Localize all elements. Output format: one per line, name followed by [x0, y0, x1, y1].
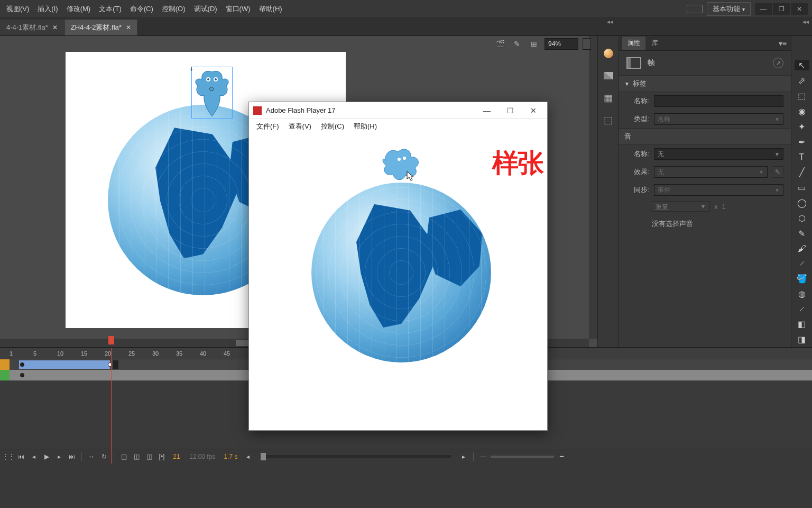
- edit-symbol-icon[interactable]: ✎: [511, 39, 523, 49]
- menu-help[interactable]: 帮助(H): [255, 2, 287, 16]
- flash-close[interactable]: ✕: [522, 103, 545, 119]
- mascot-symbol[interactable]: [191, 67, 233, 119]
- align-panel-icon[interactable]: ▦: [602, 91, 615, 105]
- menu-command[interactable]: 命令(C): [126, 2, 158, 16]
- section-label-header[interactable]: ▼标签: [619, 75, 791, 92]
- polystar-tool[interactable]: ⬡: [795, 213, 809, 223]
- bone-tool[interactable]: ⟋: [795, 259, 809, 268]
- pen-tool[interactable]: ✒: [795, 137, 809, 147]
- 3d-rotation-tool[interactable]: ◉: [795, 106, 809, 116]
- scroll-left-icon[interactable]: ◂: [243, 452, 253, 461]
- ruler-mark: 20: [105, 350, 128, 357]
- swatches-icon[interactable]: [602, 69, 615, 83]
- scroll-right-icon[interactable]: ▸: [458, 452, 469, 461]
- rectangle-tool[interactable]: ▭: [795, 183, 809, 193]
- menu-text[interactable]: 文本(T): [95, 2, 126, 16]
- edit-multiple-frames-icon[interactable]: ◫: [144, 452, 154, 461]
- text-tool[interactable]: T: [795, 152, 809, 162]
- center-stage-icon[interactable]: ⊞: [528, 39, 540, 49]
- flash-maximize[interactable]: ☐: [499, 103, 522, 119]
- eraser-tool[interactable]: ◧: [795, 319, 809, 329]
- svg-point-3: [215, 78, 217, 80]
- zoom-out-timeline[interactable]: —: [478, 452, 488, 461]
- doc-tab-2-close-icon[interactable]: ✕: [126, 24, 131, 31]
- zoom-input[interactable]: [545, 38, 578, 50]
- window-close[interactable]: ✕: [791, 3, 808, 15]
- edit-scene-icon[interactable]: 🎬: [494, 39, 506, 49]
- timeline-zoom-slider[interactable]: [491, 456, 554, 458]
- stage-v-scrollbar[interactable]: [589, 36, 597, 339]
- screen-mode-icon[interactable]: [687, 5, 703, 13]
- oval-tool[interactable]: ◯: [795, 198, 809, 208]
- frame-type-icon: [626, 57, 641, 69]
- camera-tool[interactable]: ◨: [795, 334, 809, 344]
- doc-tab-1-close-icon[interactable]: ✕: [52, 24, 58, 31]
- panel-collapse-handle-left[interactable]: ◂◂: [607, 18, 613, 25]
- sound-name-select[interactable]: 无▼: [654, 148, 783, 160]
- flash-player-window[interactable]: Adobe Flash Player 17 — ☐ ✕ 文件(F) 查看(V) …: [248, 102, 548, 431]
- ink-bottle-tool[interactable]: ◍: [795, 289, 809, 299]
- panel-options-icon[interactable]: ▾≡: [774, 37, 791, 50]
- flash-minimize[interactable]: —: [475, 103, 499, 119]
- frame-name-input[interactable]: [654, 95, 783, 107]
- play-button[interactable]: ▶: [41, 452, 52, 461]
- ruler-mark: 30: [152, 350, 176, 357]
- current-frame-readout[interactable]: 21: [169, 453, 184, 460]
- fps-readout[interactable]: 12.00 fps: [186, 453, 218, 460]
- goto-last-frame[interactable]: ⏭: [67, 452, 77, 461]
- time-readout[interactable]: 1.7 s: [220, 453, 241, 460]
- flash-menu-file[interactable]: 文件(F): [252, 120, 283, 133]
- window-minimize[interactable]: —: [755, 3, 772, 15]
- zoom-in-timeline[interactable]: ━: [556, 452, 567, 461]
- selection-tool[interactable]: ↖: [795, 60, 809, 70]
- timeline-menu-icon[interactable]: ⋮⋮: [3, 452, 14, 461]
- menu-modify[interactable]: 修改(M): [62, 2, 95, 16]
- flash-titlebar[interactable]: Adobe Flash Player 17 — ☐ ✕: [249, 102, 547, 119]
- ruler-mark: 40: [200, 350, 224, 357]
- menu-window[interactable]: 窗口(W): [222, 2, 255, 16]
- doc-tab-1[interactable]: 4-4-1素材.fla* ✕: [0, 20, 64, 35]
- doc-tab-1-label: 4-4-1素材.fla*: [6, 23, 48, 32]
- flash-menu-control[interactable]: 控制(C): [317, 120, 348, 133]
- zoom-dropdown[interactable]: [583, 38, 591, 50]
- info-panel-icon[interactable]: ⬚: [602, 113, 615, 127]
- document-tabbar: 4-4-1素材.fla* ✕ ZH4-4-2素材.fla* ✕: [0, 18, 812, 36]
- repeat-count: 1: [722, 203, 726, 211]
- no-sound-note: 没有选择声音: [619, 214, 791, 234]
- timeline-scroll-slider[interactable]: [261, 455, 451, 458]
- flash-menu-help[interactable]: 帮助(H): [349, 120, 381, 133]
- goto-first-frame[interactable]: ⏮: [16, 452, 26, 461]
- section-sound-header[interactable]: 音: [619, 128, 791, 145]
- collapsed-panel-strip: ▦ ⬚: [597, 36, 619, 347]
- workspace-switcher[interactable]: 基本功能 ▾: [707, 2, 751, 16]
- onion-skin-outlines-icon[interactable]: ◫: [131, 452, 142, 461]
- window-restore[interactable]: ❐: [773, 3, 790, 15]
- timeline-playhead[interactable]: [111, 348, 112, 464]
- step-back[interactable]: ◂: [29, 452, 39, 461]
- color-wheel-icon[interactable]: [602, 47, 615, 60]
- free-transform-tool[interactable]: ⬚: [795, 91, 809, 101]
- pencil-tool[interactable]: ✎: [795, 229, 809, 239]
- modify-markers-icon[interactable]: [•]: [156, 452, 167, 461]
- lasso-tool[interactable]: ✦: [795, 122, 809, 132]
- menu-control[interactable]: 控制(O): [158, 2, 190, 16]
- subselection-tool[interactable]: ⬀: [795, 76, 809, 86]
- flash-menu-view[interactable]: 查看(V): [284, 120, 316, 133]
- doc-tab-2[interactable]: ZH4-4-2素材.fla* ✕: [64, 20, 138, 35]
- tab-properties[interactable]: 属性: [622, 37, 645, 50]
- menu-insert[interactable]: 插入(I): [33, 2, 62, 16]
- line-tool[interactable]: ╱: [795, 167, 809, 177]
- center-frame-icon[interactable]: ↔: [86, 452, 97, 461]
- tab-library[interactable]: 库: [647, 37, 663, 50]
- onion-skin-icon[interactable]: ◫: [118, 452, 129, 461]
- panel-collapse-handle-right[interactable]: ◂◂: [802, 18, 809, 25]
- menu-view[interactable]: 视图(V): [2, 2, 33, 16]
- goto-icon[interactable]: ↗: [773, 58, 783, 68]
- step-forward[interactable]: ▸: [54, 452, 64, 461]
- brush-tool[interactable]: 🖌: [795, 244, 809, 253]
- flash-window-title: Adobe Flash Player 17: [266, 106, 336, 114]
- loop-icon[interactable]: ↻: [99, 452, 109, 461]
- paint-bucket-tool[interactable]: 🪣: [795, 274, 809, 284]
- menu-debug[interactable]: 调试(D): [190, 2, 222, 16]
- eyedropper-tool[interactable]: ⟋: [795, 304, 809, 314]
